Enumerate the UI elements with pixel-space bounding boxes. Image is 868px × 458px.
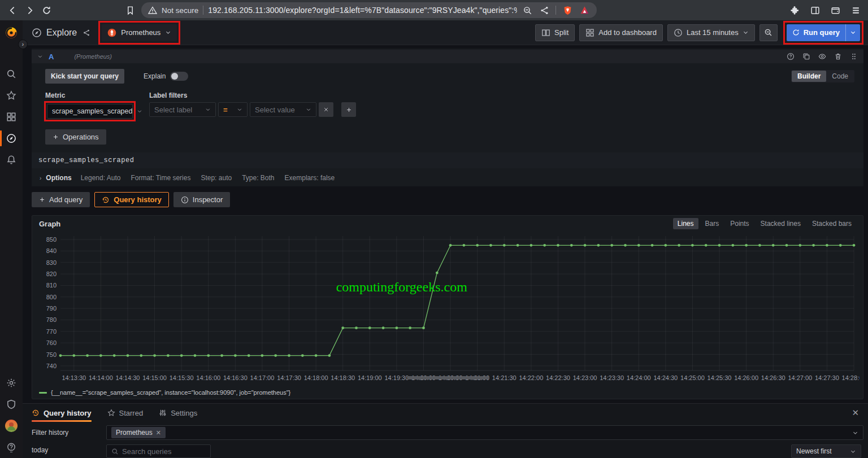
datasource-picker[interactable]: Prometheus	[102, 24, 177, 41]
add-query-label: Add query	[49, 195, 83, 204]
timeseries-chart[interactable]: 74075076077078079080081082083084085014:1…	[37, 232, 858, 387]
run-query-caret[interactable]	[845, 24, 860, 41]
query-history-button[interactable]: Query history	[94, 192, 169, 207]
prometheus-logo	[107, 28, 116, 37]
url-text[interactable]: 192.168.205.11:3000/explore?orgId=1&left…	[208, 6, 517, 15]
graph-mode-stacked-bars[interactable]: Stacked bars	[808, 218, 856, 229]
svg-text:14:22:00: 14:22:00	[519, 374, 543, 381]
search-queries-input[interactable]: Search queries	[106, 444, 211, 458]
tab-query-history-label: Query history	[44, 409, 92, 417]
tab-settings-label: Settings	[171, 409, 197, 417]
svg-text:14:25:00: 14:25:00	[680, 374, 705, 381]
time-range-picker[interactable]: Last 15 minutes	[667, 24, 755, 41]
datasource-filter-chip[interactable]: Prometheus ✕	[111, 427, 166, 438]
split-button[interactable]: Split	[535, 24, 575, 41]
not-secure-label[interactable]: Not secure	[162, 6, 198, 15]
query-help-icon[interactable]	[787, 53, 795, 60]
select-label-dropdown[interactable]: Select label	[149, 102, 216, 117]
bookmark-icon[interactable]	[124, 5, 136, 16]
sidebar-toggle-icon[interactable]	[809, 5, 821, 16]
sidebar-expand-chevron[interactable]: ›	[18, 40, 28, 49]
operations-button[interactable]: Operations	[45, 129, 106, 145]
operator-dropdown[interactable]: =	[218, 102, 248, 117]
chart-legend[interactable]: {__name__="scrape_samples_scraped", inst…	[37, 387, 858, 398]
hide-response-eye-icon[interactable]	[818, 53, 826, 60]
legend-series-label[interactable]: {__name__="scrape_samples_scraped", inst…	[51, 389, 290, 396]
tab-settings[interactable]: Settings	[159, 404, 197, 422]
graph-mode-stacked-lines[interactable]: Stacked lines	[756, 218, 805, 229]
editor-mode-switch: Builder Code	[791, 70, 854, 82]
builder-mode-button[interactable]: Builder	[792, 71, 826, 82]
wallet-icon[interactable]	[830, 5, 841, 16]
tab-starred[interactable]: Starred	[107, 404, 144, 422]
code-mode-button[interactable]: Code	[826, 71, 854, 82]
starred-icon[interactable]	[0, 85, 23, 106]
browser-menu-icon[interactable]	[850, 5, 861, 16]
query-options-row[interactable]: › Options Legend: AutoFormat: Time serie…	[40, 174, 854, 182]
share-icon[interactable]	[539, 5, 550, 16]
datasource-filter-select[interactable]: Prometheus ✕	[106, 425, 863, 440]
sort-order-select[interactable]: Newest first	[791, 444, 861, 458]
query-row-header[interactable]: A (Prometheus)	[32, 50, 863, 63]
brave-shield-icon[interactable]	[562, 5, 573, 16]
add-to-dashboard-button[interactable]: Add to dashboard	[579, 24, 663, 41]
dashboards-icon[interactable]	[0, 106, 23, 128]
search-icon[interactable]	[0, 63, 23, 85]
chart-svg[interactable]: 74075076077078079080081082083084085014:1…	[37, 232, 860, 385]
explore-compass-icon	[32, 28, 42, 38]
select-value-dropdown[interactable]: Select value	[250, 102, 316, 117]
label-filters-label: Label filters	[149, 91, 356, 99]
run-query-button[interactable]: Run query	[787, 24, 860, 41]
kick-start-query-button[interactable]: Kick start your query	[45, 69, 124, 84]
tab-query-history[interactable]: Query history	[32, 404, 92, 422]
extensions-icon[interactable]	[789, 5, 800, 16]
browser-back-icon[interactable]	[7, 5, 18, 16]
select-value-placeholder: Select value	[255, 106, 295, 114]
zoom-page-icon[interactable]	[522, 5, 533, 16]
metric-label: Metric	[45, 91, 134, 99]
explain-label: Explain	[144, 72, 166, 80]
collapse-chevron-icon[interactable]	[37, 54, 43, 59]
address-bar[interactable]: Not secure 192.168.205.11:3000/explore?o…	[141, 2, 597, 18]
brave-rewards-bat-icon[interactable]	[579, 5, 590, 16]
remove-query-trash-icon[interactable]	[834, 53, 842, 60]
share-alt-icon[interactable]	[83, 29, 90, 37]
explain-toggle[interactable]	[170, 72, 188, 81]
svg-text:780: 780	[46, 316, 57, 323]
horizontal-scrollbar-thumb[interactable]	[407, 376, 489, 380]
svg-text:14:16:00: 14:16:00	[196, 374, 220, 381]
query-option-item: Exemplars: false	[285, 174, 335, 182]
graph-mode-points[interactable]: Points	[726, 218, 753, 229]
help-icon[interactable]	[0, 437, 23, 458]
chip-remove-icon[interactable]: ✕	[156, 429, 161, 437]
server-admin-shield-icon[interactable]	[0, 394, 23, 415]
graph-mode-bars[interactable]: Bars	[701, 218, 724, 229]
zoom-out-time-button[interactable]	[760, 24, 778, 41]
svg-text:14:17:00: 14:17:00	[250, 374, 275, 381]
explore-icon[interactable]	[0, 128, 23, 149]
add-filter-button[interactable]	[341, 102, 356, 117]
svg-text:14:26:30: 14:26:30	[761, 374, 785, 381]
add-query-button[interactable]: Add query	[32, 192, 90, 207]
chevron-down-icon	[852, 430, 858, 436]
user-avatar[interactable]	[0, 415, 23, 437]
graph-mode-lines[interactable]: Lines	[673, 218, 698, 229]
browser-reload-icon[interactable]	[41, 5, 52, 16]
duplicate-query-icon[interactable]	[802, 53, 810, 60]
svg-text:14:14:00: 14:14:00	[89, 374, 113, 381]
configuration-gear-icon[interactable]	[0, 372, 23, 394]
metric-select[interactable]: scrape_samples_scraped	[47, 104, 133, 119]
inspector-label: Inspector	[193, 195, 223, 204]
remove-filter-button[interactable]	[319, 102, 333, 117]
drag-handle-icon[interactable]	[850, 53, 858, 60]
sort-order-value: Newest first	[796, 447, 832, 455]
query-history-label: Query history	[114, 195, 162, 204]
query-option-item: Legend: Auto	[81, 174, 121, 182]
grafana-sidebar	[0, 20, 23, 458]
svg-text:750: 750	[46, 351, 57, 358]
drawer-close-icon[interactable]: ✕	[852, 408, 859, 418]
svg-text:740: 740	[46, 363, 57, 369]
inspector-button[interactable]: Inspector	[173, 192, 230, 207]
browser-forward-icon[interactable]	[24, 5, 35, 16]
alerting-bell-icon[interactable]	[0, 149, 23, 171]
